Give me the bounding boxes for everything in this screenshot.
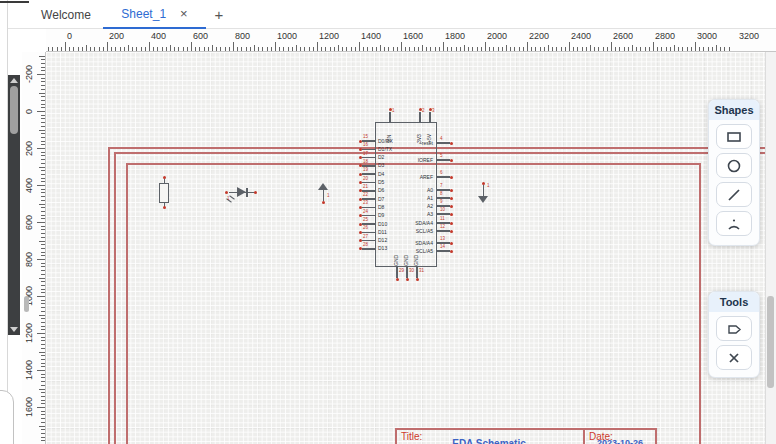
ruler-tick: [195, 47, 196, 51]
ruler-tick: [94, 47, 95, 51]
ruler-tick: [645, 47, 646, 51]
ruler-tick: [271, 47, 272, 51]
ruler-tick: [41, 85, 45, 86]
ruler-tick: [401, 42, 402, 51]
ruler-tick: [216, 47, 217, 51]
ruler-tick: [699, 47, 700, 51]
ruler-label: 2200: [529, 31, 549, 41]
close-tab-icon[interactable]: ×: [180, 6, 188, 21]
ruler-label: 1400: [23, 350, 35, 390]
pin-line: [437, 230, 450, 232]
ruler-tick: [39, 278, 45, 279]
ruler-tick: [41, 211, 45, 212]
ruler-tick: [41, 159, 45, 160]
ruler-tick: [716, 45, 717, 51]
pin-dot: [450, 159, 453, 162]
ruler-tick: [39, 130, 45, 131]
pin-label: A3: [375, 212, 433, 217]
ruler-tick: [548, 45, 549, 51]
ruler-tick: [41, 104, 45, 105]
pin-label: A1: [375, 196, 433, 201]
ruler-tick: [724, 47, 725, 51]
ruler-tick: [384, 47, 385, 51]
ruler-tick: [540, 47, 541, 51]
ruler-tick: [65, 42, 66, 51]
canvas-vertical-scrollbar[interactable]: [765, 52, 776, 444]
left-scrollbar-thumb[interactable]: [10, 86, 18, 134]
ruler-tick: [41, 81, 45, 82]
tab-welcome[interactable]: Welcome: [30, 0, 102, 29]
ruler-tick: [41, 63, 45, 64]
pin-label: 3V3: [417, 125, 422, 143]
ruler-tick: [41, 155, 45, 156]
scroll-down-icon[interactable]: [10, 327, 18, 332]
ruler-tick: [304, 47, 305, 51]
tab-sheet-1[interactable]: Sheet_1 ×: [103, 0, 206, 29]
ruler-tick: [39, 389, 45, 390]
ruler-tick: [136, 47, 137, 51]
ruler-tick: [330, 47, 331, 51]
canvas-scrollbar-thumb[interactable]: [767, 296, 774, 388]
ruler-tick: [342, 47, 343, 51]
scroll-up-icon[interactable]: [10, 78, 18, 83]
pin-dot: [450, 189, 453, 192]
pin-dot: [359, 173, 362, 176]
pin-dot: [359, 239, 362, 242]
line-tool-button[interactable]: [716, 182, 752, 207]
tools-panel-buttons: [709, 316, 759, 370]
ruler-tick: [41, 215, 45, 216]
pin-number: 17: [363, 152, 368, 157]
pin-dot: [450, 205, 453, 208]
pin-number: 11: [440, 217, 445, 222]
ruler-tick: [115, 47, 116, 51]
ruler-tick: [586, 47, 587, 51]
ruler-tick: [37, 407, 45, 408]
ruler-tick: [720, 47, 721, 51]
ellipse-tool-button[interactable]: [716, 153, 752, 178]
ruler-tick: [212, 45, 213, 51]
pin-dot: [359, 214, 362, 217]
ruler-tick: [41, 181, 45, 182]
left-dark-scrollbar[interactable]: [8, 75, 20, 335]
ruler-label: 200: [23, 128, 35, 168]
ruler-tick: [41, 374, 45, 375]
pin-dot: [359, 247, 362, 250]
label-tool-button[interactable]: [716, 316, 752, 341]
delete-tool-button[interactable]: [716, 345, 752, 370]
ruler-tick: [267, 47, 268, 51]
pin-dot: [450, 176, 453, 179]
ruler-tick: [41, 67, 45, 68]
ruler-label: 3200: [739, 31, 759, 41]
ruler-tick: [41, 433, 45, 434]
ruler-tick: [37, 222, 45, 223]
ruler-scroll-pill[interactable]: [24, 296, 29, 312]
pin-number: 16: [363, 143, 368, 148]
ruler-tick: [166, 47, 167, 51]
arc-tool-button[interactable]: [716, 211, 752, 236]
pin-dot: [416, 278, 419, 281]
ruler-tick: [426, 47, 427, 51]
ruler-tick: [128, 45, 129, 51]
rectangle-tool-button[interactable]: [716, 124, 752, 149]
ruler-tick: [39, 426, 45, 427]
ruler-tick: [544, 47, 545, 51]
ruler-tick: [39, 56, 45, 57]
add-tab-button[interactable]: +: [205, 0, 233, 29]
ruler-tick: [367, 47, 368, 51]
ruler-tick: [615, 47, 616, 51]
ruler-tick: [41, 115, 45, 116]
ruler-tick: [132, 47, 133, 51]
pin-dot: [359, 206, 362, 209]
ruler-tick: [41, 429, 45, 430]
pin-dot: [450, 197, 453, 200]
pin-line: [437, 176, 450, 178]
ruler-tick: [41, 440, 45, 441]
pin-number: 31: [419, 269, 424, 274]
ruler-tick: [552, 47, 553, 51]
horizontal-ruler: 0200400600800100012001400160018002000220…: [46, 29, 776, 52]
ruler-tick: [661, 47, 662, 51]
ruler-label: 3000: [697, 31, 717, 41]
ruler-tick: [498, 47, 499, 51]
arc-icon: [726, 216, 742, 232]
ruler-tick: [653, 42, 654, 51]
